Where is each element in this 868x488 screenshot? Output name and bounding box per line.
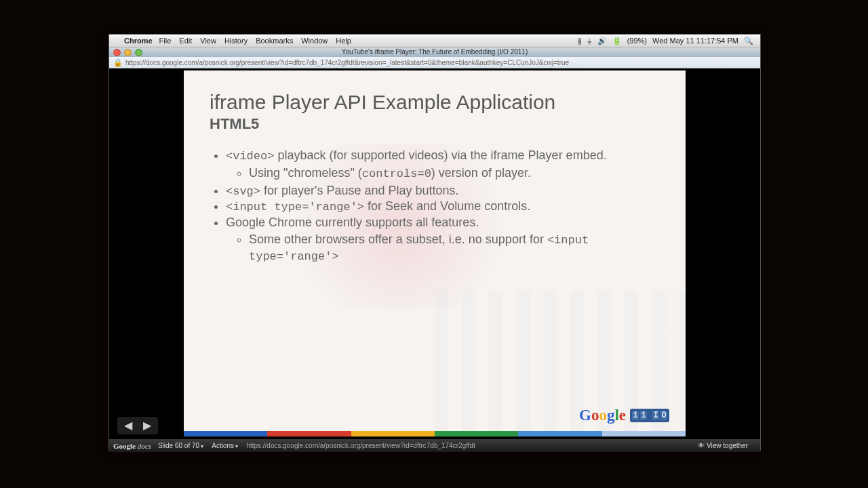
menu-edit[interactable]: Edit [179, 37, 192, 45]
docs-footer: Google docs Slide 60 of 70 Actions https… [109, 439, 760, 452]
bullet-svg: <svg> for player's Pause and Play button… [226, 183, 660, 199]
window-zoom-button[interactable] [135, 49, 142, 56]
battery-percent: (99%) [627, 37, 647, 45]
slide-next-button[interactable]: ▶ [139, 420, 155, 432]
lock-icon: 🔒 [113, 58, 123, 67]
menu-bookmarks[interactable]: Bookmarks [256, 37, 293, 45]
bullet-video: <video> playback (for supported videos) … [226, 148, 660, 182]
bluetooth-icon[interactable]: ∦ [578, 37, 582, 45]
product-label: Google docs [113, 442, 151, 450]
chrome-window: Chrome File Edit View History Bookmarks … [108, 34, 761, 451]
bullet-browser-subset: Some other browsers offer a subset, i.e.… [249, 232, 660, 264]
clock[interactable]: Wed May 11 11:17:54 PM [652, 37, 738, 45]
mac-menubar: Chrome File Edit View History Bookmarks … [109, 35, 760, 47]
menu-help[interactable]: Help [336, 37, 351, 45]
code-video: <video> [226, 150, 274, 163]
menubar-app[interactable]: Chrome [124, 37, 153, 45]
google-io-logo: Google 11 IO [579, 407, 669, 424]
slide-prev-button[interactable]: ◀ [120, 420, 136, 432]
window-close-button[interactable] [113, 49, 121, 56]
slide-title: iframe Player API Example Application [210, 91, 660, 114]
url-text: https://docs.google.com/a/posnick.org/pr… [125, 59, 569, 66]
menu-history[interactable]: History [224, 37, 248, 45]
chrome-titlebar: YouTube's iframe Player: The Future of E… [109, 47, 760, 57]
slide-nav: ◀ ▶ [117, 417, 158, 434]
bullet-range: <input type='range'> for Seek and Volume… [226, 199, 660, 215]
bullet-chrome-support: Google Chrome currently supports all fea… [226, 215, 660, 264]
status-url: https://docs.google.com/a/posnick.org/pr… [246, 442, 475, 449]
bullet-chromeless: Using "chromeless" (controls=0) version … [249, 165, 660, 182]
spotlight-icon[interactable]: 🔍 [744, 37, 753, 45]
presentation-stage: iframe Player API Example Application HT… [109, 68, 760, 439]
slide-subtitle: HTML5 [210, 115, 660, 133]
slide: iframe Player API Example Application HT… [184, 70, 686, 436]
menu-view[interactable]: View [200, 37, 216, 45]
slide-bullets: <video> playback (for supported videos) … [210, 148, 660, 264]
tab-title[interactable]: YouTube's iframe Player: The Future of E… [342, 48, 528, 56]
battery-icon[interactable]: 🔋 [612, 37, 622, 45]
menu-window[interactable]: Window [301, 37, 328, 45]
wifi-icon[interactable]: ⏚ [587, 37, 592, 45]
volume-icon[interactable]: 🔊 [597, 37, 607, 45]
code-range: <input type='range'> [226, 201, 364, 214]
actions-menu[interactable]: Actions [212, 442, 238, 449]
slide-indicator[interactable]: Slide 60 of 70 [158, 442, 203, 449]
menu-file[interactable]: File [159, 37, 172, 45]
window-controls [113, 49, 142, 56]
address-bar[interactable]: 🔒 https://docs.google.com/a/posnick.org/… [109, 57, 760, 68]
view-together-button[interactable]: View together [698, 442, 748, 449]
slide-footer-stripe [184, 431, 686, 436]
window-minimize-button[interactable] [124, 49, 132, 56]
code-svg: <svg> [226, 185, 260, 198]
